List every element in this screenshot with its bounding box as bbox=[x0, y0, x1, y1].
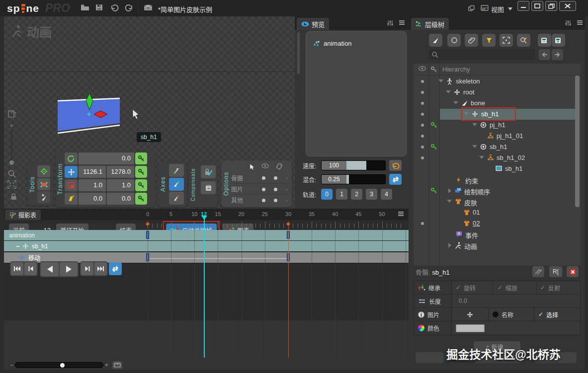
tree-node-02[interactable]: 02 bbox=[414, 218, 575, 229]
search-edit-button[interactable] bbox=[517, 34, 530, 47]
tree-node-sb_h1[interactable]: sb_h1 bbox=[414, 142, 575, 152]
pages-icon[interactable] bbox=[468, 5, 478, 14]
pose-tool-button[interactable] bbox=[37, 165, 50, 177]
bone-tool-button[interactable] bbox=[429, 34, 442, 47]
mix-slider[interactable]: 0.25 bbox=[321, 174, 386, 184]
history-back-button[interactable] bbox=[539, 49, 550, 60]
tree-node-pj_h1_01[interactable]: pj_h1_01 bbox=[414, 131, 575, 142]
preview-settings-icon[interactable] bbox=[387, 20, 394, 26]
loop-playback-button[interactable] bbox=[109, 262, 122, 275]
magnifier-icon[interactable] bbox=[7, 169, 16, 178]
rotation-field[interactable]: 0.0 bbox=[79, 152, 134, 164]
loop-toggle-button[interactable] bbox=[389, 174, 402, 185]
expand-all-button[interactable] bbox=[552, 34, 565, 47]
option-dot[interactable] bbox=[274, 175, 278, 181]
dopesheet-menu-icon[interactable] bbox=[398, 211, 404, 217]
option-dot[interactable] bbox=[274, 197, 278, 203]
play-button[interactable] bbox=[60, 262, 78, 276]
rename-button[interactable]: R[ bbox=[549, 266, 562, 277]
key-icon[interactable] bbox=[430, 187, 437, 194]
visibility-dot[interactable] bbox=[421, 91, 424, 94]
expand-arrow[interactable] bbox=[472, 145, 477, 148]
keyframe[interactable] bbox=[146, 253, 149, 261]
visibility-dot[interactable] bbox=[421, 102, 424, 105]
playhead-handle[interactable] bbox=[201, 216, 207, 220]
minimize-button[interactable] bbox=[517, 1, 529, 11]
zoom-in-icon[interactable]: + bbox=[9, 122, 13, 129]
axes-local-button[interactable] bbox=[169, 178, 184, 191]
shear-y-field[interactable]: 0.0 bbox=[107, 193, 134, 205]
compensate-bones-button[interactable] bbox=[201, 165, 216, 178]
translate-y-field[interactable]: 1278.0 bbox=[107, 166, 134, 178]
restore-button[interactable] bbox=[545, 1, 557, 11]
scale-button[interactable] bbox=[65, 179, 78, 191]
tree-node-skeleton[interactable]: skeleton bbox=[414, 76, 575, 87]
track-button-2[interactable]: 2 bbox=[351, 189, 362, 200]
tree-node-动画[interactable]: 动画 bbox=[414, 240, 575, 251]
close-button[interactable] bbox=[559, 1, 576, 11]
visibility-dot[interactable] bbox=[421, 156, 424, 159]
inherit-scale-checkbox[interactable]: ✓ 缩放 bbox=[494, 281, 536, 294]
tree-node-sb_h1_02[interactable]: sb_h1_02 bbox=[414, 152, 575, 163]
visibility-dot[interactable] bbox=[421, 146, 424, 149]
axes-world-button[interactable] bbox=[169, 164, 184, 177]
tree-node-root[interactable]: root bbox=[414, 87, 575, 98]
key-scale-button[interactable] bbox=[135, 179, 147, 191]
layout-icon[interactable] bbox=[481, 5, 491, 14]
speed-slider[interactable]: 100 bbox=[321, 160, 386, 170]
viewport[interactable]: 动画 + sb_h1 Tools bbox=[4, 16, 295, 209]
zoom-slider-handle[interactable] bbox=[9, 160, 14, 165]
expand-arrow[interactable] bbox=[479, 156, 484, 159]
tree-node-sb_h1[interactable]: sb_h1 bbox=[414, 109, 575, 120]
keyframe[interactable] bbox=[146, 231, 149, 239]
prev-key-button[interactable] bbox=[24, 262, 37, 275]
play-backward-button[interactable] bbox=[41, 262, 59, 276]
hierarchy-settings-icon[interactable] bbox=[565, 20, 572, 26]
go-last-button[interactable] bbox=[94, 262, 107, 275]
next-key-button[interactable] bbox=[81, 262, 93, 275]
compensate-images-button[interactable] bbox=[201, 181, 216, 194]
tree-node-01[interactable]: 01 bbox=[414, 207, 575, 218]
key-icon[interactable] bbox=[430, 144, 437, 150]
visibility-dot[interactable] bbox=[421, 135, 424, 138]
translate-button[interactable] bbox=[65, 166, 78, 178]
expand-arrow[interactable] bbox=[438, 79, 443, 82]
track-row-animation[interactable]: animation bbox=[4, 230, 409, 240]
tree-node-约束[interactable]: 约束 bbox=[414, 174, 575, 185]
option-dot[interactable] bbox=[286, 198, 289, 202]
maximize-button[interactable] bbox=[531, 1, 543, 11]
inherit-reflect-checkbox[interactable]: ✓ 反射 bbox=[536, 281, 580, 294]
track-row-sb_h1[interactable]: −sb_h1 bbox=[4, 241, 409, 251]
option-dot[interactable] bbox=[262, 186, 266, 192]
axes-parent-button[interactable] bbox=[169, 192, 184, 205]
fit-view-icon[interactable] bbox=[7, 180, 16, 189]
length-field[interactable]: 0.0 bbox=[452, 295, 580, 307]
tree-scrollbar[interactable] bbox=[575, 75, 580, 207]
bone-copy-button[interactable] bbox=[532, 266, 544, 277]
tab-preview[interactable]: 预览 bbox=[297, 18, 329, 30]
tree-node-皮肤[interactable]: 皮肤 bbox=[414, 196, 575, 207]
tree-node-事件[interactable]: 事件 bbox=[414, 229, 575, 240]
animation-list-item[interactable]: animation bbox=[313, 40, 406, 47]
marker-diamond[interactable] bbox=[145, 222, 150, 226]
translate-x-field[interactable]: 1126.1 bbox=[79, 166, 106, 178]
visibility-dot[interactable] bbox=[421, 80, 424, 83]
visibility-dot[interactable] bbox=[421, 124, 424, 127]
option-dot[interactable] bbox=[262, 197, 266, 203]
create-tool-button[interactable] bbox=[37, 191, 50, 203]
expand-arrow[interactable] bbox=[453, 101, 458, 104]
redo-icon[interactable] bbox=[125, 4, 135, 13]
key-icon[interactable] bbox=[430, 122, 437, 129]
expand-arrow[interactable] bbox=[447, 200, 452, 203]
view-menu[interactable]: 视图 bbox=[491, 4, 504, 14]
history-forward-button[interactable] bbox=[552, 49, 563, 60]
filter-button[interactable] bbox=[482, 34, 496, 47]
lock-icon[interactable] bbox=[10, 193, 17, 200]
preview-menu-icon[interactable] bbox=[399, 20, 405, 25]
key-translate-button[interactable] bbox=[135, 166, 147, 178]
expand-arrow[interactable] bbox=[446, 90, 451, 93]
tree-node-pj_h1[interactable]: pj_h1 bbox=[414, 120, 575, 131]
track-button-1[interactable]: 1 bbox=[336, 189, 347, 200]
undo-icon[interactable] bbox=[110, 4, 120, 13]
option-dot[interactable] bbox=[262, 175, 266, 181]
